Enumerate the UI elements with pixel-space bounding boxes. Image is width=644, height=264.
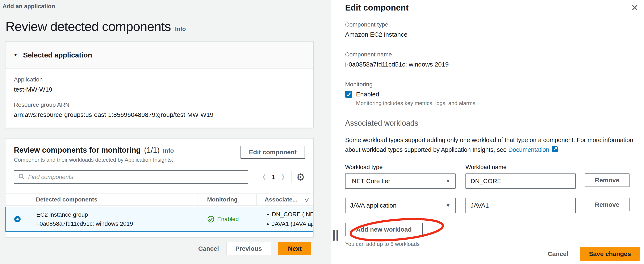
panel-cancel-button[interactable]: Cancel — [548, 250, 568, 257]
cancel-button[interactable]: Cancel — [198, 245, 219, 252]
workload-name-label: Workload name — [466, 164, 507, 171]
workload-item: DN_CORE (.NET — [272, 209, 308, 219]
external-link-icon[interactable] — [551, 146, 558, 155]
resource-group-arn-label: Resource group ARN — [14, 101, 305, 108]
find-components-search[interactable] — [14, 170, 248, 184]
close-icon[interactable] — [631, 4, 638, 12]
save-changes-button[interactable]: Save changes — [580, 247, 640, 261]
workload-type-select[interactable]: JAVA application ▼ — [345, 198, 456, 213]
check-circle-icon — [207, 215, 215, 223]
workload-row: JAVA application ▼ Remove — [345, 198, 638, 213]
components-count: (1/1) — [144, 146, 160, 155]
breadcrumb: Add an application — [0, 0, 331, 10]
search-input[interactable] — [28, 174, 244, 180]
chevron-left-icon — [262, 173, 266, 181]
workloads-description: Some workload types support adding only … — [345, 135, 638, 155]
edit-component-panel: Edit component Component type Amazon EC2… — [331, 0, 644, 264]
search-icon — [18, 173, 25, 181]
selected-application-card: ▼ Selected application Application test-… — [5, 42, 314, 128]
review-info-link[interactable]: Info — [163, 147, 174, 154]
monitoring-checkbox-label: Enabled — [356, 91, 379, 98]
previous-button[interactable]: Previous — [226, 242, 271, 255]
dropdown-arrow-icon: ▼ — [446, 203, 450, 208]
component-group-name: EC2 instance group — [36, 210, 198, 219]
workloads-description-text: Some workload types support adding only … — [345, 137, 633, 153]
review-components-subtitle: Components and their workloads detected … — [14, 157, 174, 163]
component-name-label: Component name — [345, 51, 638, 58]
component-instance-name: i-0a0858a7fd11cd51c: windows 2019 — [36, 219, 198, 228]
chevron-down-icon: ▼ — [14, 53, 18, 57]
resource-group-arn-value: arn:aws:resource-groups:us-east-1:856960… — [14, 111, 305, 118]
detected-components-column-header: Detected components — [36, 194, 197, 205]
previous-page-button[interactable] — [260, 173, 268, 181]
monitoring-help-text: Monitoring includes key metrics, logs, a… — [345, 100, 638, 106]
next-page-button[interactable] — [280, 173, 287, 181]
documentation-link[interactable]: Documentation — [508, 146, 549, 153]
workload-type-value: .NET Core tier — [350, 178, 390, 185]
associated-workloads-column-header: Associate... ▽ — [256, 194, 314, 205]
page-number: 1 — [272, 174, 275, 181]
dropdown-arrow-icon: ▼ — [446, 178, 450, 184]
row-radio-button[interactable] — [14, 216, 20, 222]
edit-component-button[interactable]: Edit component — [240, 146, 305, 159]
component-name-value: i-0a0858a7fd11cd51c: windows 2019 — [345, 61, 638, 68]
add-new-workload-button[interactable]: Add new workload — [345, 223, 422, 236]
radio-column-header — [6, 194, 36, 205]
sort-filter-icon[interactable]: ▽ — [304, 196, 309, 203]
components-table: Detected components Monitoring Associate… — [6, 193, 314, 232]
checkbox-checked-icon[interactable] — [345, 91, 352, 98]
settings-gear-icon[interactable]: ⚙ — [296, 172, 305, 182]
workload-type-select[interactable]: .NET Core tier ▼ — [345, 174, 456, 189]
associated-column-label: Associate... — [265, 196, 298, 203]
workload-limit-note: You can add up to 5 workloads — [345, 241, 638, 247]
workload-type-value: JAVA application — [350, 202, 396, 209]
remove-workload-button[interactable]: Remove — [585, 174, 630, 187]
review-components-card: Review components for monitoring (1/1) I… — [5, 138, 314, 237]
panel-title: Edit component — [345, 3, 408, 13]
selected-application-title: Selected application — [23, 51, 92, 59]
monitoring-column-header: Monitoring — [197, 194, 256, 205]
workload-item: JAVA1 (JAVA ap — [272, 219, 308, 229]
next-button[interactable]: Next — [278, 242, 311, 255]
toolbar-divider — [291, 171, 292, 183]
component-table-row[interactable]: EC2 instance group i-0a0858a7fd11cd51c: … — [6, 207, 314, 232]
component-type-value: Amazon EC2 instance — [345, 31, 638, 38]
page-title: Review detected components — [6, 19, 171, 34]
monitoring-enabled-checkbox-row[interactable]: Enabled — [345, 91, 638, 98]
component-type-label: Component type — [345, 21, 638, 28]
selected-application-expander[interactable]: ▼ Selected application — [6, 42, 314, 69]
title-info-link[interactable]: Info — [175, 26, 186, 32]
monitoring-status-text: Enabled — [217, 216, 239, 222]
review-components-title: Review components for monitoring — [14, 146, 141, 155]
chevron-right-icon — [281, 173, 286, 181]
monitoring-status-badge: Enabled — [207, 215, 257, 223]
monitoring-label: Monitoring — [345, 81, 638, 88]
associated-workloads-heading: Associated workloads — [345, 119, 638, 127]
associated-workloads-list: DN_CORE (.NET JAVA1 (JAVA ap — [265, 209, 308, 229]
workload-name-input[interactable] — [466, 174, 576, 189]
workload-name-input[interactable] — [466, 198, 576, 213]
application-label: Application — [14, 76, 305, 83]
workload-row: .NET Core tier ▼ Remove — [345, 174, 638, 189]
wizard-pane: Add an application Review detected compo… — [0, 0, 331, 264]
workload-type-label: Workload type — [345, 164, 466, 171]
application-value: test-MW-W19 — [14, 86, 305, 93]
remove-workload-button[interactable]: Remove — [585, 198, 630, 211]
